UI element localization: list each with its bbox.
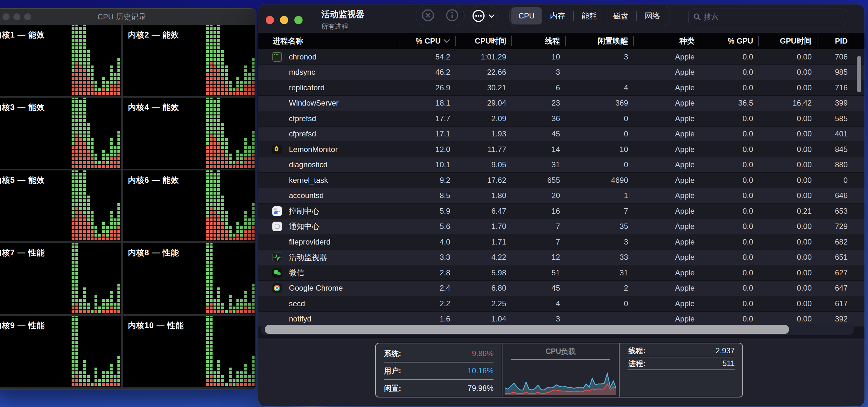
table-row[interactable]: 微信2.85.985131Apple0.00.00627 — [258, 265, 865, 281]
user-load-dots — [217, 287, 220, 310]
table-row[interactable]: secd2.22.2540Apple0.00.00617 — [258, 296, 865, 312]
user-load-dots — [75, 170, 78, 207]
table-row[interactable]: cfprefsd17.11.93450Apple0.00.00401 — [258, 127, 865, 142]
system-load-dots — [98, 238, 101, 241]
process-name: Google Chrome — [289, 284, 343, 293]
histogram-column — [240, 81, 243, 96]
tab-磁盘[interactable]: 磁盘 — [605, 7, 637, 25]
system-load-dots — [102, 234, 105, 241]
histogram-column — [83, 287, 86, 314]
histogram-column — [240, 371, 243, 387]
user-load-dots — [98, 161, 101, 165]
cell-kind: Apple — [633, 99, 700, 107]
cell-gpu_time: 0.00 — [758, 53, 817, 61]
cell-cpu: 12.0 — [398, 145, 455, 154]
table-row[interactable]: kernel_task9.217.626554690Apple0.00.000 — [258, 173, 865, 188]
table-row[interactable]: 活动监视器3.34.221233Apple0.00.00651 — [258, 250, 865, 266]
vertical-scrollbar[interactable] — [857, 56, 861, 92]
user-load-dots — [94, 295, 97, 310]
tab-cpu[interactable]: CPU — [511, 7, 542, 25]
column-header[interactable]: % GPU — [700, 37, 758, 45]
column-header[interactable]: 进程名称 — [258, 36, 398, 46]
horizontal-scrollbar[interactable] — [261, 324, 854, 335]
tab-内存[interactable]: 内存 — [542, 7, 574, 25]
histogram-column — [98, 89, 101, 96]
zoom-button[interactable] — [294, 16, 303, 24]
table-row[interactable]: replicatord26.930.2164Apple0.00.00716 — [258, 80, 865, 96]
user-load-dots — [237, 77, 239, 89]
search-field[interactable] — [688, 9, 846, 25]
process-name-cell: accountsd — [258, 191, 398, 200]
system-load-dots — [237, 310, 239, 314]
more-options-button[interactable] — [470, 6, 498, 26]
toolbar: 活动监视器 所有进程 — [258, 4, 865, 33]
column-header[interactable]: 线程 — [511, 36, 565, 46]
histogram-column — [232, 89, 236, 96]
table-row[interactable]: WindowServer18.129.0423369Apple36.516.42… — [258, 96, 865, 111]
table-row[interactable]: diagnosticd10.19.05310Apple0.00.00880 — [258, 158, 865, 173]
inspect-button[interactable] — [445, 8, 459, 24]
stat-row: 用户:10.16% — [384, 363, 494, 380]
column-header[interactable]: % CPU — [398, 37, 455, 45]
cell-wakeups: 1 — [565, 191, 633, 200]
minimize-button-inactive[interactable] — [13, 13, 20, 20]
system-load-dots — [75, 375, 78, 387]
cell-cpu: 1.6 — [398, 314, 455, 324]
table-row[interactable]: accountsd8.51.80201Apple0.00.00646 — [258, 188, 865, 204]
table-row[interactable]: chronod54.21:01.29103Apple0.00.00706 — [258, 49, 865, 65]
cell-gpu: 0.0 — [700, 83, 758, 92]
system-load-dots — [252, 226, 254, 241]
icon-slot — [272, 52, 289, 62]
force-quit-button[interactable] — [421, 8, 435, 24]
table-row[interactable]: 控制中心5.96.47167Apple0.00.21653 — [258, 203, 865, 219]
column-header[interactable]: PID — [817, 37, 853, 45]
column-header[interactable]: 闲置唤醒 — [565, 36, 633, 46]
histogram-column — [75, 25, 78, 96]
table-row[interactable]: fileproviderd4.01.7173Apple0.00.00682 — [258, 234, 865, 250]
cell-kind: Apple — [633, 314, 700, 324]
minimize-button[interactable] — [280, 16, 288, 24]
zoom-button-inactive[interactable] — [24, 13, 31, 20]
histogram-column — [237, 77, 239, 96]
close-button[interactable] — [266, 16, 274, 24]
column-header[interactable]: GPU时间 — [758, 36, 817, 46]
user-load-dots — [240, 226, 243, 238]
cpu-load-chart — [505, 358, 616, 395]
process-name: cfprefsd — [289, 114, 316, 123]
cell-wakeups: 0 — [565, 160, 633, 169]
histogram-column — [87, 375, 90, 387]
cell-gpu_time: 0.00 — [758, 222, 817, 231]
table-row[interactable]: mdsync46.222.663Apple0.00.00985 — [258, 65, 865, 80]
table-row[interactable]: Google Chrome2.46.80452Apple0.00.00647 — [258, 281, 865, 296]
cell-kind: Apple — [633, 83, 700, 92]
histogram-column — [87, 50, 90, 96]
horizontal-scrollbar-thumb[interactable] — [265, 325, 789, 334]
column-header[interactable]: 种类 — [633, 36, 700, 46]
sort-chevron-icon — [443, 39, 450, 43]
cpu-history-titlebar[interactable]: CPU 历史记录 — [0, 9, 256, 25]
cell-cpu: 4.0 — [398, 238, 455, 246]
system-load-dots — [244, 84, 247, 96]
system-load-dots — [206, 218, 209, 241]
system-load-dots — [110, 84, 113, 96]
histogram-column — [214, 371, 216, 387]
search-input[interactable] — [704, 13, 841, 21]
title-block: 活动监视器 所有进程 — [321, 9, 364, 31]
process-name: LemonMonitor — [289, 145, 338, 154]
cell-kind: Apple — [633, 53, 700, 61]
histogram-column — [244, 364, 247, 387]
tab-能耗[interactable]: 能耗 — [574, 7, 605, 25]
cell-gpu_time: 0.00 — [758, 160, 817, 169]
tab-网络[interactable]: 网络 — [637, 7, 668, 25]
table-row[interactable]: LemonMonitor12.011.771410Apple0.00.00845 — [258, 142, 865, 158]
user-load-dots — [75, 316, 78, 375]
column-header[interactable]: CPU时间 — [455, 36, 511, 46]
cpu-core-label: 内核6 — 能效 — [128, 175, 179, 185]
histogram-column — [79, 371, 82, 387]
cpu-core-panel: 内核8 — 性能 — [123, 243, 255, 314]
cell-gpu_time: 0.00 — [758, 238, 817, 246]
table-row[interactable]: 通知中心5.61.70735Apple0.00.00729 — [258, 219, 865, 235]
close-button-inactive[interactable] — [3, 13, 9, 20]
table-row[interactable]: cfprefsd17.72.09360Apple0.00.00585 — [258, 111, 865, 127]
process-name-cell: LemonMonitor — [258, 145, 398, 154]
